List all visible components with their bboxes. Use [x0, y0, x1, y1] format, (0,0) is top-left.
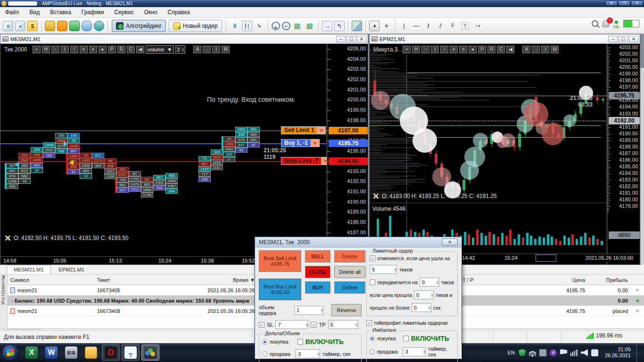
- chart-tool-3[interactable]: I: [431, 46, 439, 53]
- new-order-button[interactable]: Новый ордер: [169, 20, 222, 32]
- save-template-icon[interactable]: [352, 21, 362, 31]
- passed-ticks-stepper[interactable]: 0▲▼: [414, 290, 434, 299]
- chart-maximize-icon[interactable]: ☐: [347, 36, 356, 42]
- chart-mode-3[interactable]: M: [551, 46, 559, 53]
- chart-tab-MESM21,M1[interactable]: MESM21,M1: [7, 265, 51, 274]
- col-symbol[interactable]: Символ: [8, 277, 97, 283]
- menu-item-Вид[interactable]: Вид: [25, 8, 45, 17]
- tile-vertical-icon[interactable]: [305, 21, 315, 31]
- candle-chart[interactable]: Минута 3+H−I/≡≡●PRC◀A→IM 21:05:25 00:33 …: [370, 44, 640, 264]
- sidebar-label[interactable]: Инструменты: [0, 275, 6, 304]
- algo-trading-button[interactable]: Алготрейдинг: [112, 20, 166, 32]
- cursor-icon[interactable]: [369, 21, 380, 31]
- imbalance-enable-checkbox[interactable]: [403, 336, 409, 341]
- menu-item-Окно[interactable]: Окно: [139, 8, 163, 17]
- chart-tab-EPM21,M1[interactable]: EPM21,M1: [52, 265, 91, 274]
- dialog-close-icon[interactable]: ✕: [442, 239, 458, 246]
- chart-tool-6[interactable]: ≡: [89, 46, 97, 53]
- chart-tool-11[interactable]: ◀: [136, 46, 144, 53]
- show-desktop-button[interactable]: [636, 343, 640, 362]
- col-time[interactable]: Время ▼: [198, 277, 255, 283]
- chart-tool-0[interactable]: +: [403, 46, 411, 53]
- volume-dropdown[interactable]: volume▼: [146, 45, 174, 54]
- autoscroll-icon[interactable]: [322, 21, 332, 31]
- chart-tool-10[interactable]: C: [497, 46, 505, 53]
- hline-icon[interactable]: [411, 21, 421, 31]
- chart-tool-5[interactable]: ≡: [80, 46, 88, 53]
- menu-item-Вставка[interactable]: Вставка: [45, 8, 76, 17]
- text-icon[interactable]: [460, 21, 471, 31]
- chart-tool-1[interactable]: H: [42, 46, 50, 53]
- best-buy-limit-button[interactable]: Best Buy Limit4195.50: [259, 279, 301, 300]
- candles-icon[interactable]: [242, 21, 252, 31]
- network-tray-icon[interactable]: [570, 349, 578, 356]
- add-order-icon[interactable]: +: [631, 297, 644, 304]
- chart-maximize-icon[interactable]: ☐: [619, 36, 628, 42]
- taskbar-clock[interactable]: 21:05 26.05.2021: [605, 346, 631, 359]
- line-chart-icon[interactable]: [254, 21, 264, 31]
- order-label-stop[interactable]: Stop Loss -7✕: [281, 157, 330, 165]
- equichannel-icon[interactable]: [436, 21, 446, 31]
- chart-close-icon[interactable]: ✕: [357, 36, 366, 42]
- chart-tool-0[interactable]: +: [33, 46, 41, 53]
- chart-mode-0[interactable]: A: [193, 46, 201, 53]
- trendline-icon[interactable]: [423, 21, 434, 31]
- chart-tool-5[interactable]: ≡: [450, 46, 458, 53]
- chart-tool-3[interactable]: I: [61, 46, 69, 53]
- chart-title-bar[interactable]: EPM21,M1 ─ ☐ ✕: [370, 34, 640, 44]
- close-order-icon[interactable]: ✕: [631, 308, 644, 313]
- vps-cloud-icon[interactable]: [82, 21, 92, 31]
- sl-stepper[interactable]: 7▲▼: [275, 320, 308, 329]
- taskbar-app-wifi[interactable]: [122, 345, 140, 361]
- restore-icon[interactable]: ❐: [618, 0, 630, 6]
- symbols-icon[interactable]: [27, 21, 38, 31]
- imbalance-timer-stepper[interactable]: 3▲▼: [403, 347, 426, 356]
- lvl-indicator-icon[interactable]: LVL: [613, 19, 619, 28]
- close-icon[interactable]: ✕: [631, 0, 643, 6]
- chart-tool-7[interactable]: ●: [99, 46, 107, 53]
- depth-stepper[interactable]: 2▲▼: [175, 45, 185, 54]
- connection-status[interactable]: 198.96 ms: [586, 332, 622, 339]
- cancel-ticks-stepper[interactable]: 5▲▼: [370, 265, 397, 274]
- move-checkbox[interactable]: [370, 280, 375, 285]
- chart-tool-8[interactable]: P: [478, 46, 486, 53]
- tp-checkbox[interactable]: ✓: [311, 322, 316, 328]
- taskbar-app-explorer[interactable]: [82, 345, 100, 361]
- tools-icon[interactable]: [372, 193, 379, 199]
- volume-tray-icon[interactable]: [581, 349, 588, 356]
- sl-checkbox[interactable]: ✓: [259, 322, 264, 328]
- delta-enable-checkbox[interactable]: [297, 339, 303, 345]
- zoom-in-icon[interactable]: [272, 22, 280, 30]
- delete-all-button[interactable]: Delete all: [334, 266, 365, 278]
- chart-mode-1[interactable]: →: [532, 46, 540, 53]
- takeprofit-checkbox[interactable]: ✓: [366, 320, 372, 326]
- chart-tool-9[interactable]: R: [487, 46, 495, 53]
- chart-mode-2[interactable]: I: [541, 46, 549, 53]
- chart-profile-icon[interactable]: [15, 21, 25, 31]
- dialog-title-bar[interactable]: MESM21, Тик 2000 ✕: [255, 237, 462, 247]
- tp-stepper[interactable]: 5▲▼: [328, 320, 358, 329]
- taskbar-app-opera[interactable]: O: [102, 345, 120, 361]
- history-center-icon[interactable]: [45, 21, 55, 31]
- chart-tool-4[interactable]: /: [440, 46, 448, 53]
- chart-tool-8[interactable]: P: [108, 46, 116, 53]
- chart-tool-11[interactable]: ◀: [506, 46, 514, 53]
- cluster-chart[interactable]: Тик 2000+H−I/≡≡●PRC◀volume▼2▲▼A→IM 35794…: [0, 44, 368, 264]
- language-indicator[interactable]: EN: [508, 350, 515, 355]
- shapes-icon[interactable]: [472, 21, 483, 31]
- market-icon[interactable]: [57, 21, 67, 31]
- defender-tray-icon[interactable]: [519, 349, 526, 356]
- fibo-icon[interactable]: [448, 21, 458, 31]
- flag-tray-icon[interactable]: [560, 349, 567, 356]
- volume-stepper[interactable]: 1▲▼: [294, 306, 323, 315]
- col-price[interactable]: Цена: [498, 277, 585, 283]
- vline-icon[interactable]: [399, 21, 409, 31]
- imbalance-sell-radio[interactable]: [370, 349, 374, 354]
- crosshair-icon[interactable]: [381, 21, 392, 31]
- chart-minimize-icon[interactable]: ─: [608, 36, 618, 42]
- chart-tool-6[interactable]: ≡: [459, 46, 467, 53]
- chart-tool-7[interactable]: ●: [469, 46, 477, 53]
- chart-minimize-icon[interactable]: ─: [336, 36, 346, 42]
- delta-sell-radio[interactable]: [262, 351, 267, 356]
- bars-icon[interactable]: [230, 21, 240, 31]
